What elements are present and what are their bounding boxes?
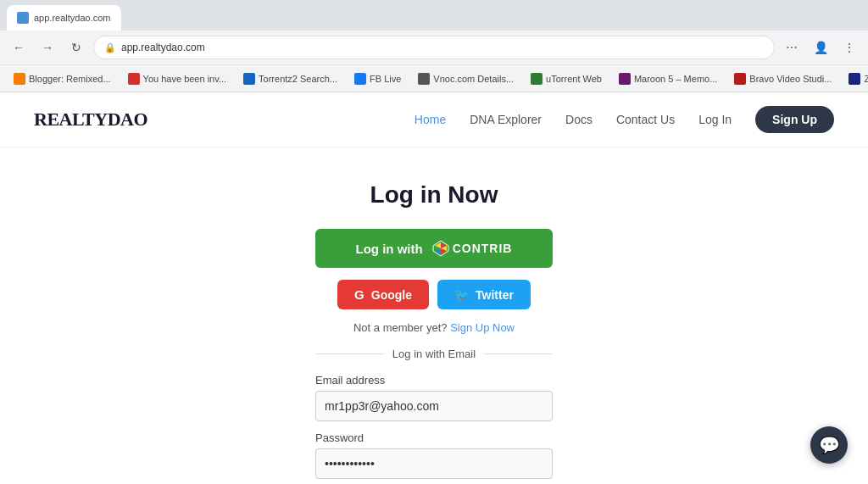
password-label: Password [315, 431, 553, 444]
bookmark-favicon [243, 73, 255, 85]
signup-prompt: Not a member yet? Sign Up Now [353, 321, 515, 334]
bookmark-favicon [734, 73, 746, 85]
bookmark-favicon [418, 73, 430, 85]
page-content: RealtyDAO Home DNA Explorer Docs Contact… [0, 92, 868, 484]
twitter-label: Twitter [476, 288, 514, 302]
bookmark-favicon [354, 73, 366, 85]
password-form-group: Password [315, 431, 553, 479]
site-logo: RealtyDAO [34, 108, 147, 131]
password-input[interactable] [315, 448, 553, 479]
login-nav-button[interactable]: Log In [698, 113, 732, 126]
bookmark-favicon [849, 73, 860, 85]
nav-links: Home DNA Explorer Docs Contact Us Log In… [415, 106, 834, 133]
signup-prompt-text: Not a member yet? [353, 321, 448, 334]
bookmark-favicon [531, 73, 542, 85]
bookmark-favicon [619, 73, 631, 85]
twitter-login-button[interactable]: 🐦 Twitter [437, 280, 531, 309]
email-label: Email address [315, 374, 553, 387]
nav-contact-us[interactable]: Contact Us [616, 113, 675, 126]
signup-now-link[interactable]: Sign Up Now [450, 321, 515, 334]
email-input[interactable] [315, 391, 553, 421]
divider-left [315, 353, 384, 354]
extensions-button[interactable]: ⋯ [780, 36, 804, 59]
bookmark-blogger[interactable]: Blogger: Remixed... [7, 71, 118, 86]
bookmark-bravo[interactable]: Bravo Video Studi... [727, 71, 838, 86]
lock-icon: 🔒 [104, 42, 116, 53]
bookmarks-bar: Blogger: Remixed... You have been inv...… [0, 64, 868, 92]
email-form-group: Email address [315, 374, 553, 421]
google-login-button[interactable]: G Google [337, 280, 429, 309]
tab-favicon [17, 12, 29, 24]
bookmark-favicon [128, 73, 140, 85]
reload-button[interactable]: ↻ [64, 36, 88, 59]
profile-button[interactable]: 👤 [809, 36, 832, 59]
site-nav: RealtyDAO Home DNA Explorer Docs Contact… [0, 92, 868, 147]
nav-docs[interactable]: Docs [565, 113, 593, 126]
contrib-svg-icon [431, 239, 450, 258]
divider-right [484, 353, 553, 354]
active-tab[interactable]: app.realtydao.com [7, 5, 121, 31]
back-button[interactable]: ← [7, 36, 31, 59]
bookmark-zipsite[interactable]: Zipsite DTR System [842, 71, 868, 86]
bookmark-favicon [14, 73, 25, 85]
forward-button[interactable]: → [36, 36, 59, 59]
bookmark-gmail[interactable]: You have been inv... [121, 71, 233, 86]
menu-button[interactable]: ⋮ [837, 36, 861, 59]
nav-dna-explorer[interactable]: DNA Explorer [470, 113, 542, 126]
signup-nav-button[interactable]: Sign Up [755, 106, 834, 133]
bookmark-utorrent[interactable]: uTorrent Web [524, 71, 609, 86]
bookmark-vnoc[interactable]: Vnoc.com Details... [411, 71, 520, 86]
login-title: Log in Now [370, 181, 498, 209]
email-divider: Log in with Email [315, 348, 553, 360]
browser-toolbar: ← → ↻ 🔒 app.realtydao.com ⋯ 👤 ⋮ [0, 31, 868, 64]
twitter-icon: 🐦 [454, 288, 469, 302]
tab-title: app.realtydao.com [34, 13, 111, 23]
bookmark-torrentz[interactable]: Torrentz2 Search... [236, 71, 344, 86]
tabs-bar: app.realtydao.com [0, 0, 868, 31]
address-bar[interactable]: 🔒 app.realtydao.com [93, 36, 775, 59]
contrib-login-button[interactable]: Log in with CONTRIB [315, 229, 553, 268]
browser-chrome: app.realtydao.com ← → ↻ 🔒 app.realtydao.… [0, 0, 868, 92]
url-text: app.realtydao.com [121, 42, 205, 53]
chat-bubble-button[interactable]: 💬 [810, 426, 848, 464]
bookmark-maroon5[interactable]: Maroon 5 – Memo... [612, 71, 724, 86]
email-divider-text: Log in with Email [392, 348, 476, 360]
bookmark-fblive[interactable]: FB Live [348, 71, 408, 86]
chat-icon: 💬 [819, 435, 840, 455]
google-icon: G [354, 287, 364, 302]
social-buttons: G Google 🐦 Twitter [337, 280, 531, 309]
google-label: Google [371, 288, 412, 302]
contrib-name: CONTRIB [453, 242, 513, 255]
logo-text: RealtyDAO [34, 108, 147, 130]
contrib-btn-label: Log in with [356, 242, 423, 256]
contrib-logo-icon: CONTRIB [431, 239, 513, 258]
login-container: Log in Now Log in with CONTRIB G Goog [222, 147, 646, 484]
nav-home[interactable]: Home [415, 113, 446, 126]
